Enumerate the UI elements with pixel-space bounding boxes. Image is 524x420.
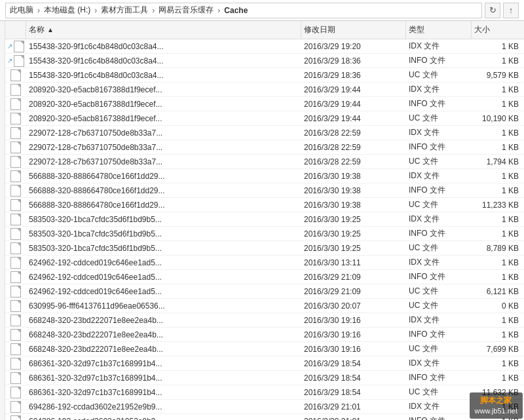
table-row[interactable]: 566888-320-888664780ce166f1dd29...2016/3… [5, 169, 524, 183]
table-row[interactable]: 668248-320-23bd222071e8ee2ea4b...2016/3/… [5, 313, 524, 328]
table-row[interactable]: 686361-320-32d97c1b37c168991b4...2016/3/… [5, 385, 524, 400]
file-date: 2016/3/30 19:25 [301, 215, 406, 224]
path-part-disk[interactable]: 本地磁盘 (H:) [44, 5, 90, 16]
file-date: 2016/3/29 21:01 [301, 402, 406, 411]
file-date: 2016/3/29 19:20 [301, 42, 406, 51]
table-row[interactable]: 208920-320-e5acb8167388d1f9ecef...2016/3… [5, 111, 524, 126]
table-row[interactable]: 686361-320-32d97c1b37c168991b4...2016/3/… [5, 371, 524, 385]
file-date: 2016/3/30 19:38 [301, 186, 406, 195]
file-type: IDX 文件 [406, 84, 472, 95]
file-icon-cell [5, 315, 26, 326]
file-size: 1,794 KB [472, 157, 524, 166]
file-date: 2016/3/30 19:16 [301, 330, 406, 339]
path-sep-1: › [37, 6, 40, 15]
file-icon-cell [5, 185, 26, 197]
table-row[interactable]: 229072-128-c7b63710750de8b33a7...2016/3/… [5, 126, 524, 140]
col-header-date[interactable]: 修改日期 [301, 21, 406, 39]
file-type-icon [10, 127, 21, 139]
file-size: 1 KB [472, 359, 524, 368]
file-date: 2016/3/29 18:54 [301, 373, 406, 383]
table-row[interactable]: 668248-320-23bd222071e8ee2ea4b...2016/3/… [5, 328, 524, 342]
path-part-pc[interactable]: 此电脑 [10, 5, 33, 16]
table-row[interactable]: 229072-128-c7b63710750de8b33a7...2016/3/… [5, 140, 524, 155]
table-row[interactable]: 583503-320-1bca7cfdc35d6f1bd9b5...2016/3… [5, 241, 524, 256]
file-icon-cell: ↗ [5, 41, 26, 52]
file-type: IDX 文件 [406, 41, 472, 52]
table-row[interactable]: 630995-96-fff64137611d96eae06536...2016/… [5, 299, 524, 313]
table-row[interactable]: 208920-320-e5acb8167388d1f9ecef...2016/3… [5, 83, 524, 97]
file-name: 630995-96-fff64137611d96eae06536... [26, 301, 301, 311]
table-row[interactable]: 686361-320-32d97c1b37c168991b4...2016/3/… [5, 356, 524, 371]
table-row[interactable]: 694286-192-ccdad3602e21952e9b9...2016/3/… [5, 414, 524, 420]
file-type-icon [10, 214, 21, 225]
table-row[interactable]: 208920-320-e5acb8167388d1f9ecef...2016/3… [5, 97, 524, 111]
table-row[interactable]: 624962-192-cddced019c646ee1ad5...2016/3/… [5, 270, 524, 284]
col-header-size[interactable]: 大小 [472, 21, 524, 39]
file-name: 566888-320-888664780ce166f1dd29... [26, 200, 301, 210]
file-icon-cell [5, 286, 26, 297]
path-part-music[interactable]: 网易云音乐缓存 [159, 5, 214, 16]
file-type-icon [10, 84, 21, 96]
table-row[interactable]: 229072-128-c7b63710750de8b33a7...2016/3/… [5, 155, 524, 169]
file-size: 11,233 KB [472, 200, 524, 210]
table-row[interactable]: 583503-320-1bca7cfdc35d6f1bd9b5...2016/3… [5, 212, 524, 227]
file-type: INFO 文件 [406, 98, 472, 109]
file-name: 624962-192-cddced019c646ee1ad5... [26, 287, 301, 296]
table-row[interactable]: 155438-320-9f1c6c4b848d0c03c8a4...2016/3… [5, 68, 524, 83]
path-part-tool[interactable]: 素材方面工具 [101, 5, 148, 16]
file-type: INFO 文件 [406, 415, 472, 420]
file-name: 686361-320-32d97c1b37c168991b4... [26, 359, 301, 368]
file-icon-cell [5, 271, 26, 283]
file-date: 2016/3/30 19:25 [301, 244, 406, 253]
file-size: 10,190 KB [472, 114, 524, 123]
file-size: 1 KB [472, 229, 524, 239]
table-row[interactable]: 566888-320-888664780ce166f1dd29...2016/3… [5, 198, 524, 212]
file-type-icon [10, 387, 21, 398]
file-type-icon [14, 41, 24, 52]
file-size: 1 KB [472, 373, 524, 383]
table-row[interactable]: ↗155438-320-9f1c6c4b848d0c03c8a4...2016/… [5, 39, 524, 54]
file-icon-cell [5, 242, 26, 254]
file-icon-cell [5, 401, 26, 413]
file-type-icon [10, 271, 21, 283]
file-type-icon [10, 113, 21, 124]
sort-arrow: ▲ [47, 26, 54, 33]
file-size: 1 KB [472, 316, 524, 325]
file-icon-cell [5, 358, 26, 370]
file-type: INFO 文件 [406, 228, 472, 239]
file-type-icon [10, 170, 21, 182]
up-button[interactable]: ↑ [503, 3, 519, 18]
table-row[interactable]: ↗155438-320-9f1c6c4b848d0c03c8a4...2016/… [5, 54, 524, 68]
file-name: 155438-320-9f1c6c4b848d0c03c8a4... [26, 71, 301, 80]
path-part-cache[interactable]: Cache [224, 6, 248, 15]
file-date: 2016/3/29 21:09 [301, 273, 406, 282]
table-row[interactable]: 566888-320-888664780ce166f1dd29...2016/3… [5, 183, 524, 198]
file-size: 1 KB [472, 172, 524, 181]
address-bar: 此电脑 › 本地磁盘 (H:) › 素材方面工具 › 网易云音乐缓存 › Cac… [0, 0, 524, 21]
file-size: 1 KB [472, 186, 524, 195]
table-row[interactable]: 694286-192-ccdad3602e21952e9b9...2016/3/… [5, 400, 524, 414]
file-type-icon [10, 372, 21, 384]
file-date: 2016/3/28 22:59 [301, 128, 406, 138]
file-type: INFO 文件 [406, 185, 472, 196]
table-row[interactable]: 583503-320-1bca7cfdc35d6f1bd9b5...2016/3… [5, 227, 524, 241]
col-header-name[interactable]: 名称 ▲ [26, 21, 301, 39]
file-name: 155438-320-9f1c6c4b848d0c03c8a4... [26, 42, 301, 51]
col-header-type[interactable]: 类型 [406, 21, 472, 39]
watermark-site-name: 脚本之家 [475, 395, 517, 406]
path-sep-4: › [217, 6, 220, 15]
file-date: 2016/3/29 19:44 [301, 100, 406, 109]
file-icon-cell [5, 170, 26, 182]
table-row[interactable]: 624962-192-cddced019c646ee1ad5...2016/3/… [5, 256, 524, 270]
file-size: 1 KB [472, 258, 524, 267]
file-date: 2016/3/29 21:09 [301, 287, 406, 296]
table-row[interactable]: 668248-320-23bd222071e8ee2ea4b...2016/3/… [5, 342, 524, 356]
address-path[interactable]: 此电脑 › 本地磁盘 (H:) › 素材方面工具 › 网易云音乐缓存 › Cac… [5, 3, 482, 18]
file-size: 8,789 KB [472, 244, 524, 253]
file-name: 208920-320-e5acb8167388d1f9ecef... [26, 100, 301, 109]
refresh-button[interactable]: ↻ [485, 3, 500, 18]
file-list[interactable]: ↗155438-320-9f1c6c4b848d0c03c8a4...2016/… [5, 39, 524, 420]
table-row[interactable]: 624962-192-cddced019c646ee1ad5...2016/3/… [5, 284, 524, 299]
file-date: 2016/3/29 19:44 [301, 114, 406, 123]
file-date: 2016/3/29 18:36 [301, 71, 406, 80]
